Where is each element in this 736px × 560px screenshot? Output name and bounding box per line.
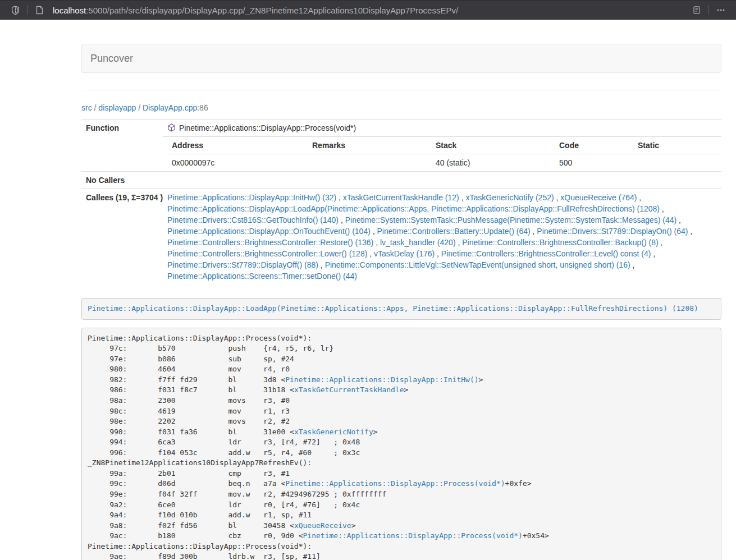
callee-link[interactable]: xTaskGetCurrentTaskHandle (12)	[343, 193, 459, 202]
function-name: Pinetime::Applications::DisplayApp::Proc…	[179, 123, 356, 132]
callers-cell	[163, 172, 721, 189]
breadcrumb-separator: /	[136, 103, 143, 112]
reader-mode-icon[interactable]	[688, 3, 705, 17]
callees-row: Callees (19, Σ=3704 ) Pinetime::Applicat…	[81, 189, 721, 285]
function-table: Function Pinetime::Applications::Display…	[81, 119, 721, 284]
breadcrumb: src / displayapp / DisplayApp.cpp:86	[81, 102, 721, 113]
menu-icon[interactable]	[712, 3, 729, 17]
stats-value: 500	[555, 154, 633, 172]
callee-link[interactable]: Pinetime::Applications::DisplayApp::Init…	[167, 193, 336, 202]
callee-link[interactable]: Pinetime::Controllers::BrightnessControl…	[441, 249, 651, 258]
callee-link[interactable]: xQueueReceive (764)	[560, 193, 637, 202]
callee-link[interactable]: Pinetime::Applications::Screens::Timer::…	[167, 272, 357, 281]
asm-symbol-link[interactable]: Pinetime::Applications::DisplayApp::Init…	[285, 375, 478, 384]
url-bar[interactable]: localhost:5000/path/src/displayapp/Displ…	[53, 6, 688, 15]
stats-value: 40 (static)	[431, 154, 555, 172]
cube-icon	[167, 123, 176, 132]
callee-link[interactable]: Pinetime::Applications::DisplayApp::OnTo…	[167, 227, 371, 236]
callee-link[interactable]: Pinetime::Components::LittleVgl::SetNewT…	[325, 260, 630, 269]
function-label: Function	[81, 120, 163, 137]
highlighted-symbol-box: Pinetime::Applications::DisplayApp::Load…	[81, 298, 721, 320]
stats-header: Remarks	[308, 137, 431, 154]
asm-symbol-link[interactable]: Pinetime::Applications::DisplayApp::Proc…	[285, 479, 505, 488]
breadcrumb-link[interactable]: DisplayApp.cpp	[143, 103, 197, 112]
disassembly-box: Pinetime::Applications::DisplayApp::Proc…	[81, 328, 721, 560]
shield-icon[interactable]	[7, 3, 24, 17]
function-cell: Pinetime::Applications::DisplayApp::Proc…	[163, 120, 721, 137]
page-icon[interactable]	[31, 3, 48, 17]
stats-cell: AddressRemarksStackCodeStatic 0x0000097c…	[163, 137, 721, 172]
stats-header: Stack	[431, 137, 555, 154]
stats-header: Static	[633, 137, 721, 154]
asm-symbol-link[interactable]: Pinetime::Applications::DisplayApp::Proc…	[303, 531, 523, 540]
highlighted-symbol-link[interactable]: Pinetime::Applications::DisplayApp::Load…	[88, 304, 698, 313]
stats-header: Address	[167, 137, 308, 154]
toolbar-divider	[27, 5, 28, 15]
stats-header-row: AddressRemarksStackCodeStatic	[167, 137, 721, 154]
page-container: Puncover src / displayapp / DisplayApp.c…	[81, 20, 721, 560]
brand-link[interactable]: Puncover	[90, 53, 133, 64]
breadcrumb-link[interactable]: src	[81, 103, 92, 112]
callee-link[interactable]: xTaskGenericNotify (252)	[465, 193, 554, 202]
callers-row: No Callers	[81, 172, 721, 189]
stats-value	[633, 154, 721, 172]
stats-row-wrapper: AddressRemarksStackCodeStatic 0x0000097c…	[81, 137, 721, 172]
toolbar-right-group	[688, 3, 729, 17]
function-row: Function Pinetime::Applications::Display…	[81, 120, 721, 137]
url-path: :5000/path/src/displayapp/DisplayApp.cpp…	[86, 6, 458, 15]
callee-link[interactable]: Pinetime::Drivers::St7789::DisplayOn() (…	[537, 227, 688, 236]
breadcrumb-line-number: :86	[197, 103, 208, 112]
asm-symbol-link[interactable]: xQueueReceive	[294, 521, 351, 530]
asm-symbol-link[interactable]: xTaskGetCurrentTaskHandle	[294, 385, 404, 394]
url-host: localhost	[53, 6, 86, 15]
asm-symbol-link[interactable]: xTaskGenericNotify	[294, 428, 373, 436]
callee-link[interactable]: Pinetime::Controllers::Battery::Update()…	[377, 227, 531, 236]
stats-value: 0x0000097c	[167, 154, 308, 172]
divider-rule	[81, 90, 721, 90]
stats-table: AddressRemarksStackCodeStatic 0x0000097c…	[167, 137, 721, 171]
callee-link[interactable]: Pinetime::Drivers::Cst816S::GetTouchInfo…	[167, 215, 339, 224]
callees-list: Pinetime::Applications::DisplayApp::Init…	[163, 189, 721, 285]
toolbar-divider	[708, 5, 709, 15]
empty-label-cell	[81, 137, 163, 172]
browser-toolbar: localhost:5000/path/src/displayapp/Displ…	[0, 0, 736, 20]
callee-link[interactable]: lv_task_handler (420)	[380, 238, 456, 247]
callee-link[interactable]: Pinetime::System::SystemTask::PushMessag…	[345, 215, 677, 224]
callee-link[interactable]: vTaskDelay (176)	[374, 249, 435, 258]
callee-link[interactable]: Pinetime::Controllers::BrightnessControl…	[167, 238, 373, 247]
breadcrumb-link[interactable]: displayapp	[98, 103, 136, 112]
navbar: Puncover	[81, 44, 721, 73]
stats-value	[308, 154, 431, 172]
stats-header: Code	[555, 137, 633, 154]
no-callers-label: No Callers	[81, 172, 163, 189]
stats-value-row: 0x0000097c40 (static)500	[167, 154, 721, 172]
callee-link[interactable]: Pinetime::Applications::DisplayApp::Load…	[167, 204, 660, 213]
callee-link[interactable]: Pinetime::Controllers::BrightnessControl…	[462, 238, 658, 247]
callees-label: Callees (19, Σ=3704 )	[81, 189, 163, 285]
callee-link[interactable]: Pinetime::Controllers::BrightnessControl…	[167, 249, 367, 258]
breadcrumb-separator: /	[92, 103, 99, 112]
callee-link[interactable]: Pinetime::Drivers::St7789::DisplayOff() …	[167, 260, 318, 269]
